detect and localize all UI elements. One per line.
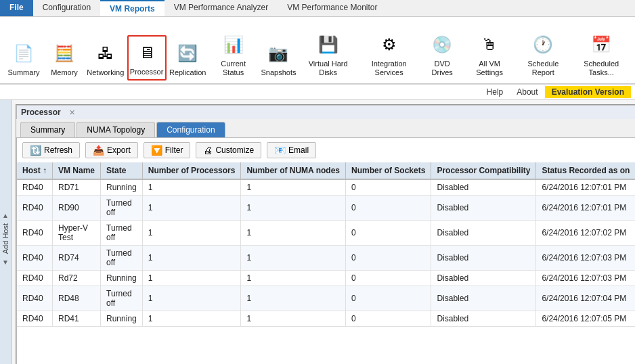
table-cell: Running: [101, 271, 143, 286]
main-area: ▲ Add Host ▼ Processor ✕ SummaryNUMA Top…: [0, 100, 635, 364]
table-cell: 1: [142, 286, 241, 311]
ribbon-item-networking[interactable]: 🖧 Networking: [85, 37, 126, 81]
ribbon-label-networking: Networking: [87, 68, 124, 77]
table-cell: RD48: [53, 286, 101, 311]
table-row[interactable]: RD40Hyper-V TestTurned off110Disabled6/2…: [17, 221, 635, 246]
table-row[interactable]: RD40RD74Turned off110Disabled6/24/2016 1…: [17, 246, 635, 271]
column-header: Status Recorded as on: [536, 162, 635, 179]
table-cell: 1: [142, 271, 241, 286]
ribbon-item-memory[interactable]: 🧮 Memory: [45, 37, 84, 81]
table-header: Host ↑VM NameStateNumber of ProcessorsNu…: [17, 162, 635, 179]
tab-configuration[interactable]: Configuration: [156, 122, 225, 137]
table-cell: 1: [241, 286, 346, 311]
ribbon-item-virtual-hard-disks[interactable]: 💾 Virtual Hard Disks: [299, 28, 356, 81]
ribbon-icon-virtual-hard-disks: 💾: [315, 31, 342, 58]
menu-file[interactable]: File: [0, 0, 33, 16]
sidebar-label[interactable]: Add Host: [0, 221, 11, 256]
ribbon-item-dvd-drives[interactable]: 💿 DVD Drives: [421, 28, 462, 81]
ribbon-item-scheduled-tasks[interactable]: 📅 Scheduled Tasks...: [571, 28, 631, 81]
table-cell: 0: [346, 196, 431, 221]
sidebar: ▲ Add Host ▼: [0, 100, 12, 364]
table-cell: RD40: [17, 311, 53, 327]
ribbon-label-all-vm-settings: All VM Settings: [470, 60, 508, 77]
refresh-label: Refresh: [44, 145, 72, 155]
menu-vm-reports[interactable]: VM Reports: [100, 0, 165, 16]
column-header: Processor Compatibility: [431, 162, 536, 179]
table-cell: Running: [101, 311, 143, 327]
table-cell: Rd72: [53, 271, 101, 286]
sidebar-arrow-down[interactable]: ▼: [1, 257, 10, 267]
ribbon-icon-snapshots: 📷: [265, 40, 292, 67]
table-cell: 0: [346, 246, 431, 271]
email-button[interactable]: 📧 Email: [267, 142, 316, 158]
data-table-container: Host ↑VM NameStateNumber of ProcessorsNu…: [16, 162, 635, 364]
table-cell: 0: [346, 286, 431, 311]
filter-label: Filter: [165, 145, 183, 155]
ribbon-label-memory: Memory: [51, 68, 78, 77]
table-row[interactable]: RD40RD90Turned off110Disabled6/24/2016 1…: [17, 196, 635, 221]
table-cell: 0: [346, 179, 431, 196]
table-cell: 1: [241, 179, 346, 196]
column-header: State: [101, 162, 143, 179]
action-bar: 🔃 Refresh 📤 Export 🔽 Filter 🖨 Customize …: [16, 138, 635, 162]
about-button[interactable]: About: [510, 86, 544, 98]
customize-button[interactable]: 🖨 Customize: [196, 142, 261, 158]
ribbon-item-snapshots[interactable]: 📷 Snapshots: [259, 37, 298, 81]
ribbon-icon-current-status: 📊: [220, 31, 247, 58]
ribbon-item-processor[interactable]: 🖥 Processor: [127, 35, 167, 81]
tab-summary[interactable]: Summary: [20, 122, 75, 137]
menu-configuration[interactable]: Configuration: [33, 0, 100, 16]
eval-badge: Evaluation Version: [545, 86, 631, 98]
filter-button[interactable]: 🔽 Filter: [144, 142, 191, 158]
ribbon-label-integration-services: Integration Services: [364, 60, 414, 77]
column-header: Number of Processors: [142, 162, 241, 179]
ribbon-item-replication[interactable]: 🔄 Replication: [168, 37, 208, 81]
table-cell: RD40: [17, 196, 53, 221]
ribbon-icon-integration-services: ⚙: [376, 31, 403, 58]
ribbon-icon-replication: 🔄: [174, 40, 201, 67]
table-cell: 6/24/2016 12:07:04 PM: [536, 286, 635, 311]
table-cell: 1: [241, 271, 346, 286]
ribbon-label-schedule-report: Schedule Report: [522, 60, 564, 77]
column-header: Number of Sockets: [346, 162, 431, 179]
export-button[interactable]: 📤 Export: [85, 142, 138, 158]
ribbon-item-current-status[interactable]: 📊 Current Status: [209, 28, 258, 81]
table-cell: Disabled: [431, 196, 536, 221]
table-row[interactable]: RD40RD71Running110Disabled6/24/2016 12:0…: [17, 179, 635, 196]
menu-vm-perf-analyzer[interactable]: VM Performance Analyzer: [165, 0, 278, 16]
email-label: Email: [288, 145, 309, 155]
table-cell: 6/24/2016 12:07:01 PM: [536, 179, 635, 196]
tab-numa-topology[interactable]: NUMA Topology: [76, 122, 155, 137]
ribbon-icon-dvd-drives: 💿: [429, 31, 456, 58]
sidebar-arrow-up[interactable]: ▲: [1, 210, 10, 221]
table-row[interactable]: RD40RD48Turned off110Disabled6/24/2016 1…: [17, 286, 635, 311]
column-header: VM Name: [53, 162, 101, 179]
ribbon-item-all-vm-settings[interactable]: 🖱 All VM Settings: [464, 28, 514, 81]
column-header: Number of NUMA nodes: [241, 162, 346, 179]
ribbon-icon-scheduled-tasks: 📅: [588, 31, 615, 58]
ribbon-label-snapshots: Snapshots: [261, 68, 296, 77]
ribbon-item-schedule-report[interactable]: 🕐 Schedule Report: [516, 28, 570, 81]
ribbon: 📄 Summary 🧮 Memory 🖧 Networking 🖥 Proces…: [0, 17, 635, 85]
table-cell: Disabled: [431, 271, 536, 286]
table-cell: Running: [101, 179, 143, 196]
table-cell: 1: [241, 246, 346, 271]
refresh-button[interactable]: 🔃 Refresh: [22, 142, 80, 158]
customize-label: Customize: [215, 145, 254, 155]
ribbon-item-summary[interactable]: 📄 Summary: [4, 37, 43, 81]
table-row[interactable]: RD40Rd72Running110Disabled6/24/2016 12:0…: [17, 271, 635, 286]
table-cell: RD40: [17, 246, 53, 271]
table-cell: Turned off: [101, 196, 143, 221]
customize-icon: 🖨: [203, 145, 213, 156]
panel-close-button[interactable]: ✕: [69, 108, 75, 117]
panel-header: Processor ✕: [16, 105, 635, 119]
table-cell: RD90: [53, 196, 101, 221]
table-cell: Disabled: [431, 221, 536, 246]
table-cell: RD40: [17, 179, 53, 196]
menu-vm-perf-monitor[interactable]: VM Performance Monitor: [278, 0, 387, 16]
table-row[interactable]: RD40RD41Running110Disabled6/24/2016 12:0…: [17, 311, 635, 327]
help-button[interactable]: Help: [480, 86, 510, 98]
tab-bar: SummaryNUMA TopologyConfiguration: [16, 119, 635, 138]
ribbon-item-integration-services[interactable]: ⚙ Integration Services: [358, 28, 420, 81]
table-cell: RD40: [17, 221, 53, 246]
